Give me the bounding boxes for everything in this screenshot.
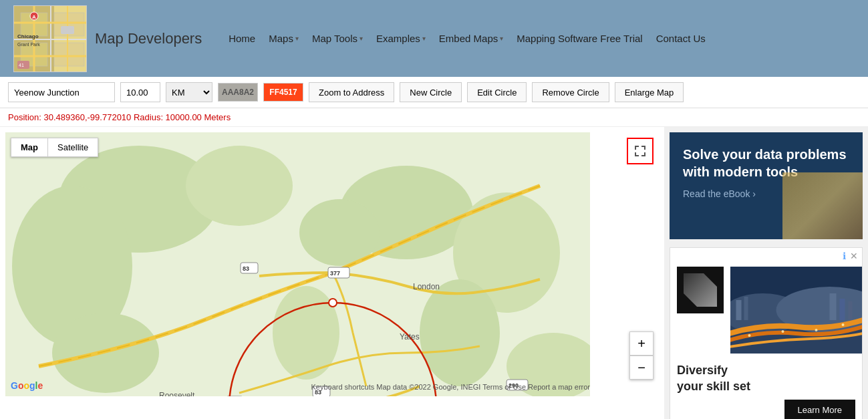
svg-point-67 xyxy=(748,334,751,337)
color-picker-1[interactable]: AAA8A2 xyxy=(218,83,258,102)
map-type-switcher: Map Satellite xyxy=(11,138,98,157)
ad-logo-shape xyxy=(684,273,717,307)
zoom-to-address-button[interactable]: Zoom to Address xyxy=(309,82,394,102)
nav-map-tools-arrow: ▾ xyxy=(359,35,363,42)
nav-embed-maps-arrow: ▾ xyxy=(500,35,503,42)
nav-maps-arrow: ▾ xyxy=(295,35,299,42)
svg-text:London: London xyxy=(413,282,440,291)
svg-rect-20 xyxy=(635,146,636,150)
svg-rect-7 xyxy=(54,43,84,66)
svg-rect-66 xyxy=(849,301,853,320)
ad-photo xyxy=(730,267,862,354)
ad-info-icon[interactable]: ℹ xyxy=(843,251,846,261)
nav-map-tools[interactable]: Map Tools ▾ xyxy=(312,33,363,44)
map-container: Map Satellite 🧍 + − xyxy=(0,127,664,419)
svg-rect-63 xyxy=(744,297,748,320)
svg-text:83: 83 xyxy=(243,265,249,272)
ad-bg-image xyxy=(782,172,863,239)
google-logo: Google xyxy=(11,380,43,391)
svg-point-70 xyxy=(842,323,845,326)
map-attribution: Keyboard shortcuts Map data ©2022 Google… xyxy=(311,383,590,391)
svg-rect-62 xyxy=(736,300,742,320)
svg-text:377: 377 xyxy=(330,270,340,277)
header: A Chicago Grant Park 41 Map Developers H… xyxy=(0,0,868,77)
svg-text:Roosevelt: Roosevelt xyxy=(159,391,195,396)
ad-text-area: Diversify your skill set Learn More xyxy=(677,363,855,419)
zoom-in-button[interactable]: + xyxy=(629,331,654,356)
nav-examples-arrow: ▾ xyxy=(422,35,426,42)
fullscreen-button[interactable] xyxy=(627,138,654,164)
header-logo: A Chicago Grant Park 41 Map Developers xyxy=(13,5,202,72)
nav-embed-maps[interactable]: Embed Maps ▾ xyxy=(439,33,503,44)
svg-text:Yates: Yates xyxy=(400,332,420,341)
svg-rect-18 xyxy=(61,26,74,34)
remove-circle-button[interactable]: Remove Circle xyxy=(532,82,609,102)
position-info: Position: 30.489360,-99.772010 Radius: 1… xyxy=(0,108,868,127)
edit-circle-button[interactable]: Edit Circle xyxy=(467,82,527,102)
right-sidebar: Solve your data problems with modern too… xyxy=(664,127,868,419)
svg-point-33 xyxy=(420,279,500,386)
svg-text:Grant Park: Grant Park xyxy=(17,42,40,47)
main-nav: Home Maps ▾ Map Tools ▾ Examples ▾ Embed… xyxy=(229,33,706,44)
svg-text:A: A xyxy=(32,14,36,20)
svg-text:41: 41 xyxy=(19,63,24,67)
svg-rect-65 xyxy=(840,299,845,320)
toolbar: KM Miles Feet Meters AAA8A2 FF4517 Zoom … xyxy=(0,77,868,108)
enlarge-map-button[interactable]: Enlarge Map xyxy=(615,82,684,102)
ad-card-blue[interactable]: Solve your data problems with modern too… xyxy=(670,132,863,239)
color-picker-2[interactable]: FF4517 xyxy=(263,83,303,102)
map-display[interactable]: 83 377 83 10 290 London Yates xyxy=(5,132,590,396)
zoom-controls: + − xyxy=(629,331,654,380)
ad-logo xyxy=(677,267,724,313)
svg-point-69 xyxy=(815,329,818,331)
ad-learn-button[interactable]: Learn More xyxy=(784,400,855,419)
svg-point-68 xyxy=(782,330,784,333)
main-content: Map Satellite 🧍 + − xyxy=(0,127,868,419)
nav-home[interactable]: Home xyxy=(229,33,255,44)
nav-maps[interactable]: Maps ▾ xyxy=(269,33,299,44)
svg-point-49 xyxy=(329,299,337,307)
svg-rect-64 xyxy=(830,293,837,320)
site-title: Map Developers xyxy=(95,30,202,47)
map-type-map[interactable]: Map xyxy=(11,138,47,156)
address-input[interactable] xyxy=(8,82,115,102)
new-circle-button[interactable]: New Circle xyxy=(400,82,462,102)
zoom-out-button[interactable]: − xyxy=(629,356,654,380)
ad-close-icon[interactable]: ✕ xyxy=(850,251,858,261)
unit-select[interactable]: KM Miles Feet Meters xyxy=(166,82,212,102)
svg-text:Chicago: Chicago xyxy=(17,33,39,39)
svg-rect-26 xyxy=(644,152,645,156)
nav-contact[interactable]: Contact Us xyxy=(656,33,706,44)
svg-rect-22 xyxy=(644,146,645,150)
ad-diversify-text: Diversify your skill set xyxy=(677,363,855,394)
ad-card-banner: ℹ ✕ xyxy=(670,247,863,419)
svg-rect-24 xyxy=(635,152,636,156)
logo-map-thumbnail: A Chicago Grant Park 41 xyxy=(13,5,87,72)
nav-mapping-software[interactable]: Mapping Software Free Trial xyxy=(517,33,642,44)
radius-input[interactable] xyxy=(120,82,160,102)
map-type-satellite[interactable]: Satellite xyxy=(47,138,98,156)
nav-examples[interactable]: Examples ▾ xyxy=(376,33,426,44)
svg-point-30 xyxy=(186,146,293,226)
